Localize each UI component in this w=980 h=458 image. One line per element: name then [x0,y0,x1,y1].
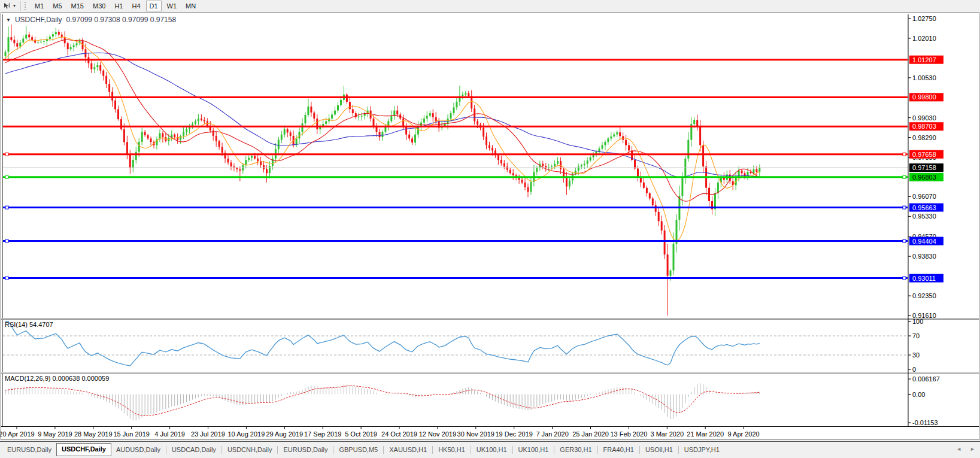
toolbar-separator [20,1,21,11]
cursor-tool-icon [3,2,11,10]
svg-text:70: 70 [912,332,920,339]
svg-text:20 Apr 2019: 20 Apr 2019 [0,430,35,438]
tab-scroll-left-icon[interactable]: ◄ [956,445,961,453]
svg-text:0.97658: 0.97658 [912,151,936,158]
tab-scroll-right-icon[interactable]: ► [970,445,975,453]
svg-text:1.02750: 1.02750 [912,15,936,22]
chart-tab-USOil-H1[interactable]: USOil,H1 [641,444,678,456]
svg-text:17 Sep 2019: 17 Sep 2019 [304,430,341,438]
svg-text:1.02010: 1.02010 [912,35,936,42]
cursor-tool-button[interactable]: ▾ [2,2,17,11]
chart-menu-arrow-icon[interactable]: ▼ [6,17,11,23]
tab-separator [678,446,679,454]
chart-title: ▼ USDCHF,Daily 0.97099 0.97308 0.97099 0… [6,16,176,24]
chart-tab-AUDUSD-Daily[interactable]: AUDUSD,Daily [111,444,165,456]
svg-text:0.98703: 0.98703 [912,123,936,130]
tab-separator [222,446,222,454]
chart-frame [1,13,979,440]
timeframe-toolbar: M1M5M15M30H1H4D1W1MN [31,1,199,11]
timeframe-button-H1[interactable]: H1 [111,1,126,11]
svg-text:23 Jul 2019: 23 Jul 2019 [191,430,225,438]
svg-text:0.92350: 0.92350 [912,292,936,299]
svg-text:30 Nov 2019: 30 Nov 2019 [457,430,494,438]
macd-label: MACD(12,26,9) 0.000638 0.000059 [5,375,109,382]
terminal-screen: ▾ M1M5M15M30H1H4D1W1MN ▼ USDCHF,Daily 0.… [0,0,980,458]
svg-text:0.93830: 0.93830 [912,253,936,260]
svg-text:25 Jan 2020: 25 Jan 2020 [572,430,609,438]
price-label-0.95663: 0.95663 [909,204,943,212]
svg-text:0.00: 0.00 [912,391,925,398]
chart-tab-HK50-H1[interactable]: HK50,H1 [433,444,470,456]
svg-text:10 Aug 2019: 10 Aug 2019 [228,430,265,438]
svg-text:1.01207: 1.01207 [912,56,936,63]
timeframe-button-MN[interactable]: MN [182,1,199,11]
chart-tab-GER30-H1[interactable]: GER30,H1 [555,444,596,456]
timeframe-button-W1[interactable]: W1 [163,1,181,11]
svg-text:15 Jun 2019: 15 Jun 2019 [113,430,150,438]
svg-text:0.93011: 0.93011 [912,275,936,282]
chart-tab-EURUSD-Daily[interactable]: EURUSD,Daily [2,444,56,456]
line-handle[interactable] [5,153,8,156]
line-handle[interactable] [5,277,8,280]
svg-text:29 Aug 2019: 29 Aug 2019 [266,430,303,438]
svg-text:0.94404: 0.94404 [912,238,936,245]
svg-text:3 Mar 2020: 3 Mar 2020 [650,430,684,438]
svg-text:30: 30 [912,351,920,359]
line-handle[interactable] [903,175,906,178]
timeframe-button-M1[interactable]: M1 [31,1,47,11]
symbol-period-label: USDCHF,Daily [15,16,62,24]
timeframe-button-M30[interactable]: M30 [89,1,109,11]
svg-text:0.95330: 0.95330 [912,213,936,220]
price-label-0.93011: 0.93011 [909,274,943,283]
svg-text:0.97158: 0.97158 [912,164,936,171]
rsi-label: RSI(14) 54.4707 [5,321,53,328]
line-handle[interactable] [903,277,906,280]
chart-tab-EURUSD-Daily[interactable]: EURUSD,Daily [278,444,332,456]
tab-separator [333,446,333,454]
line-handle[interactable] [903,239,906,242]
svg-text:7 Jan 2020: 7 Jan 2020 [536,430,568,438]
chart-tab-UK100-H1[interactable]: UK100,H1 [472,444,512,456]
svg-text:5 Oct 2019: 5 Oct 2019 [345,430,377,438]
chart-tab-FRA40-H1[interactable]: FRA40,H1 [599,444,639,456]
chart-tab-UK100-H1[interactable]: UK100,H1 [514,444,554,456]
svg-text:4 Jul 2019: 4 Jul 2019 [154,430,185,438]
current-price-label: 0.97158 [909,163,943,172]
timeframe-button-D1[interactable]: D1 [146,1,162,11]
svg-text:9 Apr 2020: 9 Apr 2020 [727,430,759,438]
ohlc-values: 0.97099 0.97308 0.97099 0.97158 [66,16,177,24]
dropdown-caret-icon[interactable]: ▾ [13,4,16,8]
svg-text:28 May 2019: 28 May 2019 [74,430,113,438]
line-handle[interactable] [5,239,8,242]
chart-tab-USDCHF-Daily[interactable]: USDCHF,Daily [56,443,111,456]
svg-text:0.006167: 0.006167 [912,375,940,383]
chart-tab-USDCNH-Daily[interactable]: USDCNH,Daily [223,444,277,456]
chart-tab-XAUUSD-H1[interactable]: XAUUSD,H1 [384,444,432,456]
line-handle[interactable] [903,153,906,156]
timeframe-button-M15[interactable]: M15 [68,1,87,11]
svg-text:0.96070: 0.96070 [912,193,936,200]
timeframe-button-H4[interactable]: H4 [128,1,144,11]
chart-tab-GBPUSD-M5[interactable]: GBPUSD,M5 [334,444,383,456]
tab-separator [166,446,166,454]
line-handle[interactable] [5,175,8,178]
tab-separator [432,446,433,454]
svg-text:0.98290: 0.98290 [912,134,936,141]
tab-scroll-nav: ◄ ► [956,445,975,453]
price-label-0.94404: 0.94404 [909,237,943,245]
toolbar-grip-handle[interactable] [25,2,28,10]
timeframe-button-M5[interactable]: M5 [49,1,65,11]
line-handle[interactable] [903,206,906,209]
svg-text:21 Mar 2020: 21 Mar 2020 [687,430,724,438]
svg-text:12 Nov 2019: 12 Nov 2019 [419,430,456,438]
svg-text:0.99030: 0.99030 [912,114,936,122]
price-label-1.01207: 1.01207 [909,56,943,64]
tab-separator [512,446,513,454]
price-label-0.96803: 0.96803 [909,173,943,181]
chart-tab-USDCAD-Daily[interactable]: USDCAD,Daily [167,444,221,456]
tab-separator [277,446,278,454]
price-label-0.99800: 0.99800 [909,93,943,101]
line-handle[interactable] [5,206,8,209]
chart-canvas[interactable]: RSI(14) 54.4707MACD(12,26,9) 0.000638 0.… [0,12,980,441]
chart-tab-USDJPY-H1[interactable]: USDJPY,H1 [679,444,724,456]
